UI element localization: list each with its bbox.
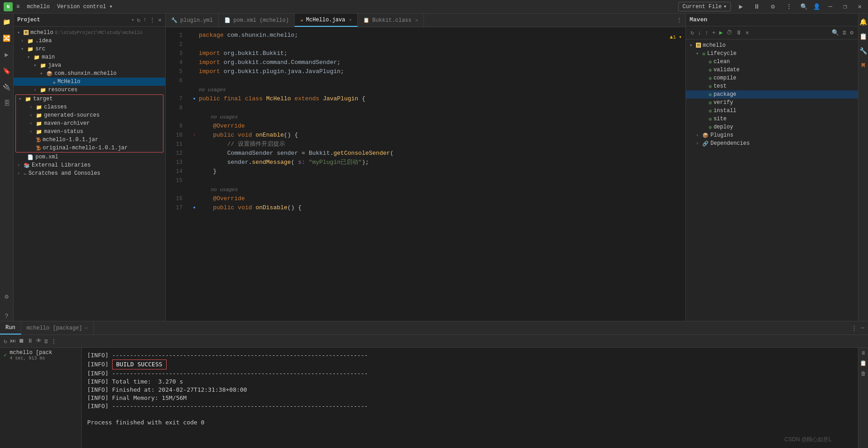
run-button[interactable]: ▶ [736,2,745,11]
maven-item-compile[interactable]: ⚙ compile [686,74,858,82]
more-bottom-icon[interactable]: ⋮ [51,338,57,345]
bottom-tab-package-close[interactable]: ✕ [85,325,88,331]
current-file-button[interactable]: Current File ▾ [678,2,731,11]
tree-item-idea[interactable]: › 📁 .idea [14,37,165,45]
tree-item-mchello[interactable]: ▾ 🅼 mchello E:\studyProject\MC\study\mch… [14,29,165,37]
maven-settings-icon[interactable]: ⚙ [849,28,854,37]
maven-item-lifecycle[interactable]: ▾ ♻ Lifecycle [686,49,858,58]
rerun-icon[interactable]: ↻ [4,338,7,345]
tab-more-button[interactable]: ⋮ [673,14,686,27]
filter-icon[interactable]: ≣ [44,338,48,345]
watermark: CSDN @顾心如意L [784,436,832,443]
tools-side-icon[interactable]: 🔧 [859,46,868,55]
tree-item-scratches[interactable]: › ✏ Scratches and Consoles [14,169,165,177]
plugin-icon[interactable]: 🔌 [2,83,11,92]
profile-icon[interactable]: 👤 [813,3,820,10]
tab-mchello-java[interactable]: ☕ McHello.java ✕ [295,14,358,27]
tree-item-generated-sources[interactable]: › 📁 generated-sources [16,111,163,119]
project-dropdown-arrow[interactable]: ▾ [132,17,134,23]
tree-item-pom-xml[interactable]: 📄 pom.xml [14,153,165,161]
run-item-mchello-pack[interactable]: ✓ mchello [pack 4 sec, 913 ms [0,348,81,363]
bottom-minimize-icon[interactable]: — [861,325,864,331]
maven-list-icon[interactable]: ≣ [842,28,847,37]
output-settings-icon[interactable]: 📋 [860,360,867,367]
maven-sync-icon[interactable]: ↻ [690,28,695,37]
maven-download-icon[interactable]: ↓ [697,29,702,37]
search-button[interactable]: 🔍 [800,3,808,10]
tree-item-target[interactable]: ▾ 📁 target [16,95,163,103]
tab-close-bukkit[interactable]: ✕ [415,17,419,23]
maven-add-icon[interactable]: + [711,29,716,37]
more-button[interactable]: ⋮ [783,2,795,11]
code-line-17: ● public void onDisable() { [190,203,686,212]
maven-item-mchello[interactable]: ▾ 🅼 mchello [686,41,858,49]
hamburger-icon[interactable]: ≡ [16,4,20,10]
maven-item-test[interactable]: ⚙ test [686,82,858,90]
tree-item-package[interactable]: ▾ 📦 com.shunxin.mchello [14,69,165,78]
bottom-tab-mchello-package[interactable]: mchello [package] ✕ [21,321,94,335]
maven-item-package[interactable]: ⚙ package [686,90,858,98]
maven-upload-icon[interactable]: ↑ [704,29,710,37]
sync-icon[interactable]: ↻ [137,16,141,24]
tree-item-mchello-jar[interactable]: 🗜 mchello-1.0.1.jar [16,136,163,144]
project-name[interactable]: mchello [27,4,49,10]
tab-plugin-yml[interactable]: 🔧 plugin.yml [166,14,219,27]
close-panel-icon[interactable]: ✕ [158,16,162,24]
notifications-icon[interactable]: 🔔 [859,17,868,26]
tree-item-classes[interactable]: › 📁 classes [16,103,163,111]
wrap-icon[interactable]: ≣ [862,350,865,356]
file-structure-icon[interactable]: 📋 [859,32,868,41]
maven-side-icon[interactable]: M [859,61,868,70]
maven-item-site[interactable]: ⚙ site [686,115,858,123]
project-view-icon[interactable]: 📁 [2,17,11,26]
maven-search-icon[interactable]: 🔍 [831,28,840,37]
view-output-icon[interactable]: 👁 [36,338,42,345]
settings-button[interactable]: ⚙ [768,2,777,11]
maven-cancel-icon[interactable]: ✕ [745,28,750,37]
tab-close-mchello[interactable]: ✕ [349,17,352,23]
maven-item-validate[interactable]: ⚙ validate [686,66,858,74]
tab-pom-xml[interactable]: 📄 pom.xml (mchello) [219,14,295,27]
tree-item-maven-status[interactable]: › 📁 maven-status [16,128,163,136]
tree-item-src[interactable]: ▾ 📁 src [14,45,165,53]
maven-item-install[interactable]: ⚙ install [686,107,858,115]
maven-item-deploy[interactable]: ⚙ deploy [686,123,858,131]
stop-icon[interactable]: ⏹ [19,338,25,345]
collapse-up-icon[interactable]: ↑ [143,16,147,24]
clear-output-icon[interactable]: 🗑 [861,370,866,377]
debug-button[interactable]: ⏸ [751,2,763,11]
git-icon[interactable]: 🔀 [2,34,11,43]
tools-icon[interactable]: ⚙ [2,292,11,301]
tree-item-external-libs[interactable]: › 📚 External Libraries [14,161,165,169]
output-area[interactable]: [INFO] ---------------------------------… [82,348,858,448]
tree-item-java[interactable]: ▾ 📁 java [14,61,165,69]
output-line-finished: [INFO] Finished at: 2024-02-27T12:31:38+… [87,386,853,394]
maven-item-clean[interactable]: ⚙ clean [686,58,858,66]
tab-bukkit-class[interactable]: 📋 Bukkit.class ✕ [358,14,424,27]
bottom-more-icon[interactable]: ⋮ [851,325,857,332]
run-debug-icon[interactable]: ▶ [2,50,11,59]
tree-item-resources[interactable]: › 📁 resources [14,86,165,94]
help-icon[interactable]: ? [2,312,11,321]
resume-icon[interactable]: ⏭ [10,338,16,345]
tree-item-original-jar[interactable]: 🗜 original-mchello-1.0.1.jar [16,144,163,152]
maven-run-icon[interactable]: ▶ [718,28,724,37]
maven-skip-icon[interactable]: ⏸ [735,29,743,37]
minimize-button[interactable]: ─ [826,2,835,11]
settings-panel-icon[interactable]: ⋮ [149,16,155,24]
maven-item-plugins[interactable]: › 📦 Plugins [686,131,858,139]
version-control-menu[interactable]: Version control ▾ [57,3,113,10]
tree-item-main[interactable]: ▾ 📁 main [14,53,165,61]
bottom-tab-run[interactable]: Run [0,321,21,335]
maven-item-verify[interactable]: ⚙ verify [686,98,858,107]
close-button[interactable]: ✕ [855,2,864,11]
bookmark-icon[interactable]: 🔖 [2,66,11,75]
maven-timer-icon[interactable]: ⏱ [725,29,733,37]
database-icon[interactable]: 🗄 [2,99,11,108]
tree-item-maven-archiver[interactable]: › 📁 maven-archiver [16,119,163,128]
code-content[interactable]: ▲1 ▾ package com.shunxin.mchello; import… [186,27,686,321]
restore-button[interactable]: ❐ [840,2,849,11]
tree-item-mchello-java[interactable]: ☕ McHello [14,78,165,86]
pause-icon[interactable]: ⏸ [27,338,33,345]
maven-item-dependencies[interactable]: › 🔗 Dependencies [686,139,858,148]
